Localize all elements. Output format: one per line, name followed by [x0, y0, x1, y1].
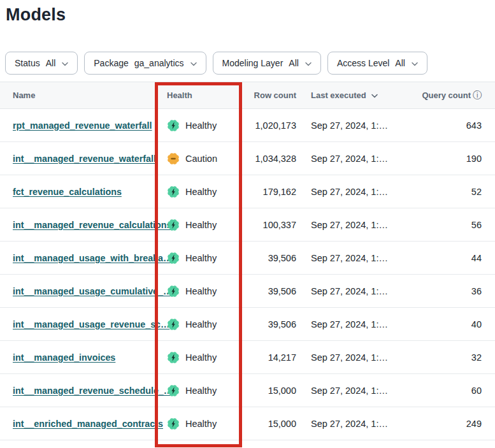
model-name-link[interactable]: int__managed_invoices [13, 352, 115, 363]
name-cell: int__managed_revenue_calculations [0, 220, 156, 230]
table-row: int__managed_usage_with_breaka… Healthy … [0, 242, 495, 275]
health-badge [167, 185, 180, 198]
row-count-cell: 39,506 [242, 286, 298, 296]
column-header-query-count: Query countⓘ [395, 90, 495, 101]
health-cell: Healthy [156, 119, 242, 132]
last-executed-cell: Sep 27, 2024, 1:… [298, 352, 395, 363]
filter-label: Package [94, 58, 128, 68]
health-label: Healthy [185, 419, 217, 429]
health-badge [167, 119, 180, 132]
filter-package[interactable]: Package ga_analytics [84, 52, 206, 75]
name-cell: int__managed_usage_cumulative_… [0, 286, 156, 296]
healthy-lightning-seal-icon [167, 417, 180, 430]
model-name-link[interactable]: int__managed_revenue_schedule_… [13, 386, 173, 396]
healthy-lightning-seal-icon [167, 318, 180, 331]
health-badge [167, 152, 180, 165]
health-label: Healthy [185, 319, 217, 329]
model-name-link[interactable]: int__enriched_managed_contracts [13, 419, 163, 429]
filter-value: All [395, 58, 405, 68]
name-cell: int__managed_revenue_waterfall [0, 154, 156, 164]
health-cell: Healthy [156, 219, 242, 231]
table-row: rpt_managed_revenue_waterfall Healthy 1,… [0, 109, 495, 142]
query-count-cell: 249 [395, 419, 495, 429]
chevron-down-icon [305, 58, 312, 68]
column-header-health: Health [156, 90, 242, 100]
page-title: Models [6, 5, 495, 25]
table-row: int__managed_usage_cumulative_… Healthy … [0, 275, 495, 308]
health-label: Healthy [185, 253, 217, 263]
filter-access-level[interactable]: Access Level All [327, 52, 427, 75]
column-header-last-executed-label: Last executed [311, 90, 366, 100]
chevron-down-icon [371, 90, 378, 100]
row-count-cell: 100,337 [242, 220, 298, 230]
health-cell: Healthy [156, 351, 242, 364]
query-count-cell: 40 [395, 319, 495, 329]
query-count-cell: 32 [395, 352, 495, 363]
last-executed-cell: Sep 27, 2024, 1:… [298, 386, 395, 396]
chevron-down-icon [412, 58, 418, 68]
query-count-cell: 643 [395, 120, 495, 131]
healthy-lightning-seal-icon [167, 252, 180, 264]
health-label: Healthy [185, 220, 217, 230]
model-name-link[interactable]: rpt_managed_revenue_waterfall [13, 120, 152, 131]
name-cell: int__enriched_managed_contracts [0, 419, 156, 429]
health-cell: Healthy [156, 417, 242, 430]
name-cell: int__managed_invoices [0, 352, 156, 363]
row-count-cell: 15,000 [242, 419, 298, 429]
filter-label: Status [15, 58, 40, 68]
model-name-link[interactable]: int__managed_usage_cumulative_… [13, 286, 172, 296]
health-cell: Healthy [156, 318, 242, 331]
chevron-down-icon [62, 58, 68, 68]
table-header: Name Health Row count Last executed Quer… [0, 82, 495, 109]
healthy-lightning-seal-icon [167, 119, 180, 132]
model-name-link[interactable]: fct_revenue_calculations [13, 187, 122, 197]
table-row: fct_revenue_calculations Healthy 179,162… [0, 175, 495, 208]
model-name-link[interactable]: int__managed_usage_with_breaka… [13, 253, 172, 263]
health-badge [167, 318, 180, 331]
row-count-cell: 15,000 [242, 386, 298, 396]
caution-minus-seal-icon [167, 152, 180, 165]
last-executed-cell: Sep 27, 2024, 1:… [298, 286, 395, 296]
name-cell: int__managed_usage_revenue_sc… [0, 319, 156, 329]
health-label: Healthy [185, 187, 217, 197]
row-count-cell: 39,506 [242, 253, 298, 263]
health-badge [167, 219, 180, 231]
query-count-cell: 190 [395, 154, 495, 164]
table-row: int__enriched_managed_contracts Healthy … [0, 407, 495, 440]
row-count-cell: 1,020,173 [242, 120, 298, 131]
row-count-cell: 1,034,328 [242, 154, 298, 164]
healthy-lightning-seal-icon [167, 351, 180, 364]
filter-status[interactable]: Status All [5, 52, 78, 75]
column-header-last-executed[interactable]: Last executed [298, 90, 395, 100]
health-badge [167, 417, 180, 430]
column-header-query-count-label: Query count [422, 90, 471, 100]
health-badge [167, 252, 180, 264]
healthy-lightning-seal-icon [167, 285, 180, 298]
model-name-link[interactable]: int__managed_revenue_waterfall [13, 154, 156, 164]
health-cell: Caution [156, 152, 242, 165]
model-name-link[interactable]: int__managed_usage_revenue_sc… [13, 319, 169, 329]
query-count-cell: 52 [395, 187, 495, 197]
health-badge [167, 351, 180, 364]
chevron-down-icon [190, 58, 197, 68]
table-row: int__managed_revenue_schedule_… Healthy … [0, 374, 495, 407]
health-label: Healthy [185, 286, 217, 296]
models-page: Models Status All Package ga_analytics M… [0, 5, 495, 448]
last-executed-cell: Sep 27, 2024, 1:… [298, 220, 395, 230]
health-cell: Healthy [156, 285, 242, 298]
name-cell: rpt_managed_revenue_waterfall [0, 120, 156, 131]
last-executed-cell: Sep 27, 2024, 1:… [298, 154, 395, 164]
last-executed-cell: Sep 27, 2024, 1:… [298, 187, 395, 197]
health-label: Healthy [185, 352, 217, 363]
health-label: Healthy [185, 120, 217, 131]
model-name-link[interactable]: int__managed_revenue_calculations [13, 220, 172, 230]
filter-modeling-layer[interactable]: Modeling Layer All [213, 52, 321, 75]
table-row: int__managed_usage_revenue_sc… Healthy 3… [0, 308, 495, 341]
last-executed-cell: Sep 27, 2024, 1:… [298, 319, 395, 329]
health-cell: Healthy [156, 185, 242, 198]
health-cell: Healthy [156, 384, 242, 397]
info-icon[interactable]: ⓘ [473, 90, 482, 100]
column-header-name: Name [0, 90, 156, 100]
query-count-cell: 56 [395, 220, 495, 230]
filter-label: Access Level [337, 58, 389, 68]
